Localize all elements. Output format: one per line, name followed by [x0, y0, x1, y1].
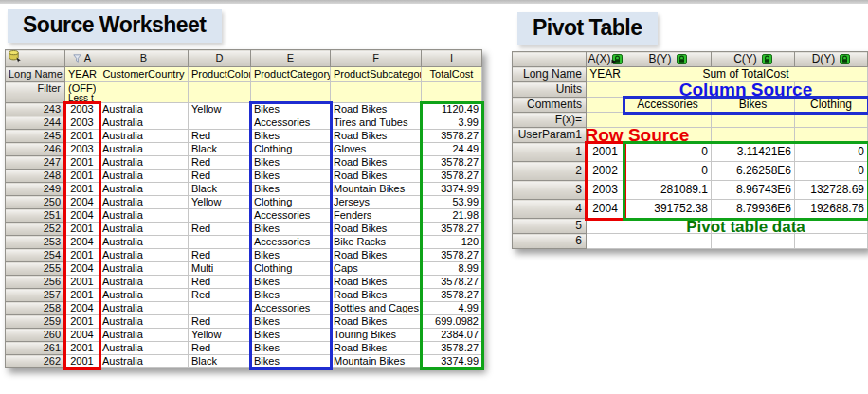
- source-long-name-cell[interactable]: TotalCost: [422, 67, 482, 82]
- source-cell[interactable]: 2001: [65, 342, 99, 355]
- pivot-cell[interactable]: 0: [795, 162, 868, 181]
- source-cell[interactable]: Bike Racks: [331, 236, 422, 249]
- source-cell[interactable]: Bikes: [251, 329, 331, 342]
- source-cell[interactable]: Jerseys: [331, 196, 422, 209]
- pivot-row-label-units[interactable]: Units: [513, 82, 587, 98]
- source-cell[interactable]: Australia: [99, 103, 189, 116]
- source-cell[interactable]: 120: [422, 236, 482, 249]
- source-cell[interactable]: [189, 302, 251, 315]
- pivot-cell[interactable]: 2002: [587, 162, 624, 181]
- source-cell[interactable]: Australia: [99, 249, 189, 262]
- source-cell[interactable]: 8.99: [422, 262, 482, 276]
- source-cell[interactable]: Australia: [99, 276, 189, 289]
- source-cell[interactable]: 21.98: [422, 209, 482, 223]
- pivot-fx-cell[interactable]: [712, 113, 795, 128]
- filter-icon[interactable]: [73, 54, 81, 63]
- source-row-label-long-name[interactable]: Long Name: [6, 67, 65, 82]
- lock-icon[interactable]: [677, 54, 687, 64]
- source-cell[interactable]: Red: [189, 289, 251, 302]
- source-cell[interactable]: Clothing: [251, 196, 331, 209]
- pivot-cell[interactable]: 0: [795, 143, 868, 162]
- source-cell[interactable]: Bikes: [251, 289, 331, 302]
- source-filter-empty-cell[interactable]: [251, 82, 331, 103]
- source-cell[interactable]: 2003: [65, 116, 99, 130]
- source-cell[interactable]: Red: [189, 156, 251, 170]
- source-cell[interactable]: Black: [189, 183, 251, 196]
- source-cell[interactable]: Red: [189, 315, 251, 329]
- pivot-cell[interactable]: 2001: [587, 143, 624, 162]
- source-cell[interactable]: Touring Bikes: [331, 329, 422, 342]
- pivot-cell[interactable]: 0: [624, 143, 712, 162]
- source-cell[interactable]: Gloves: [331, 143, 422, 156]
- source-col-header-E[interactable]: E: [251, 50, 331, 67]
- source-cell[interactable]: 3578.27: [422, 276, 482, 289]
- source-cell[interactable]: [189, 209, 251, 223]
- source-row-number[interactable]: 250: [6, 196, 65, 209]
- source-cell[interactable]: Multi: [189, 262, 251, 276]
- source-row-number[interactable]: 258: [6, 302, 65, 315]
- pivot-comments-cell[interactable]: Clothing: [795, 98, 868, 113]
- source-cell[interactable]: Yellow: [189, 103, 251, 116]
- source-cell[interactable]: Red: [189, 130, 251, 143]
- source-cell[interactable]: Accessories: [251, 209, 331, 223]
- pivot-userparam-cell[interactable]: [587, 128, 624, 143]
- source-cell[interactable]: Red: [189, 276, 251, 289]
- source-row-number[interactable]: 243: [6, 103, 65, 116]
- source-cell[interactable]: Red: [189, 249, 251, 262]
- source-cell[interactable]: 4.99: [422, 302, 482, 315]
- source-cell[interactable]: 2003: [65, 143, 99, 156]
- pivot-cell[interactable]: [624, 219, 712, 234]
- source-cell[interactable]: Road Bikes: [331, 289, 422, 302]
- pivot-col-header-B[interactable]: B(Y): [624, 52, 712, 67]
- source-cell[interactable]: Red: [189, 223, 251, 236]
- source-cell[interactable]: 3578.27: [422, 130, 482, 143]
- source-long-name-cell[interactable]: ProductColor: [189, 67, 251, 82]
- source-cell[interactable]: 3578.27: [422, 170, 482, 183]
- source-cell[interactable]: Black: [189, 143, 251, 156]
- source-row-number[interactable]: 259: [6, 315, 65, 329]
- source-row-number[interactable]: 252: [6, 223, 65, 236]
- source-cell[interactable]: 24.49: [422, 143, 482, 156]
- pivot-userparam-cell[interactable]: [795, 128, 868, 143]
- source-cell[interactable]: Road Bikes: [331, 170, 422, 183]
- source-row-number[interactable]: 262: [6, 355, 65, 368]
- source-cell[interactable]: 2001: [65, 130, 99, 143]
- source-cell[interactable]: Australia: [99, 329, 189, 342]
- source-cell[interactable]: 2004: [65, 302, 99, 315]
- pivot-cell[interactable]: [795, 219, 868, 234]
- pivot-row-number[interactable]: 5: [513, 219, 587, 234]
- source-row-number[interactable]: 244: [6, 116, 65, 130]
- source-cell[interactable]: Black: [189, 355, 251, 368]
- pivot-row-number[interactable]: 4: [513, 200, 587, 219]
- source-cell[interactable]: 2001: [65, 249, 99, 262]
- source-cell[interactable]: Tires and Tubes: [331, 116, 422, 130]
- database-icon[interactable]: [9, 50, 22, 63]
- source-cell[interactable]: Mountain Bikes: [331, 183, 422, 196]
- pivot-cell[interactable]: 192688.76: [795, 200, 868, 219]
- source-cell[interactable]: Bikes: [251, 183, 331, 196]
- pivot-row-number[interactable]: 3: [513, 181, 587, 200]
- source-cell[interactable]: 2001: [65, 170, 99, 183]
- lock-recalc-arrow-icon[interactable]: [611, 54, 623, 64]
- source-col-header-F[interactable]: F: [331, 50, 422, 67]
- pivot-cell[interactable]: 391752.38: [624, 200, 712, 219]
- source-cell[interactable]: 2003: [65, 103, 99, 116]
- source-cell[interactable]: 2001: [65, 156, 99, 170]
- source-cell[interactable]: Road Bikes: [331, 223, 422, 236]
- source-col-header-B[interactable]: B: [99, 50, 189, 67]
- source-row-number[interactable]: 247: [6, 156, 65, 170]
- pivot-units-cell[interactable]: [624, 82, 712, 98]
- source-cell[interactable]: 3374.99: [422, 183, 482, 196]
- pivot-comments-cell[interactable]: Bikes: [712, 98, 795, 113]
- source-cell[interactable]: Yellow: [189, 196, 251, 209]
- source-row-label-filter[interactable]: Filter: [6, 82, 65, 103]
- source-cell[interactable]: Bikes: [251, 130, 331, 143]
- pivot-cell[interactable]: [587, 219, 624, 234]
- source-cell[interactable]: Bikes: [251, 315, 331, 329]
- source-cell[interactable]: 1120.49: [422, 103, 482, 116]
- source-filter-empty-cell[interactable]: [422, 82, 482, 103]
- source-cell[interactable]: 699.0982: [422, 315, 482, 329]
- pivot-cell[interactable]: 2004: [587, 200, 624, 219]
- source-cell[interactable]: Bikes: [251, 223, 331, 236]
- source-filter-empty-cell[interactable]: [331, 82, 422, 103]
